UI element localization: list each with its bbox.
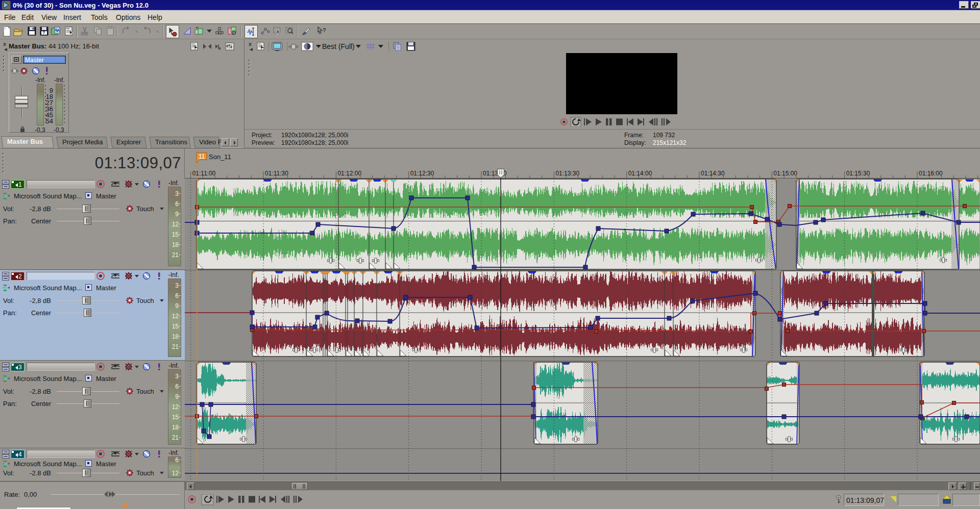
svg-text:01:16:00: 01:16:00 [919,170,943,177]
svg-text:Son_11: Son_11 [209,153,231,161]
svg-text:01:15:30: 01:15:30 [846,170,870,177]
svg-text:01:12:30: 01:12:30 [410,170,434,177]
svg-text:11: 11 [199,153,205,160]
svg-text:01:12:00: 01:12:00 [337,170,361,177]
svg-text:01:14:30: 01:14:30 [701,170,725,177]
svg-text:01:13:30: 01:13:30 [555,170,579,177]
svg-text:01:14:00: 01:14:00 [628,170,652,177]
svg-text:01:15:00: 01:15:00 [773,170,797,177]
svg-text:01:11:00: 01:11:00 [192,170,216,177]
svg-text:01:11:30: 01:11:30 [265,170,288,177]
